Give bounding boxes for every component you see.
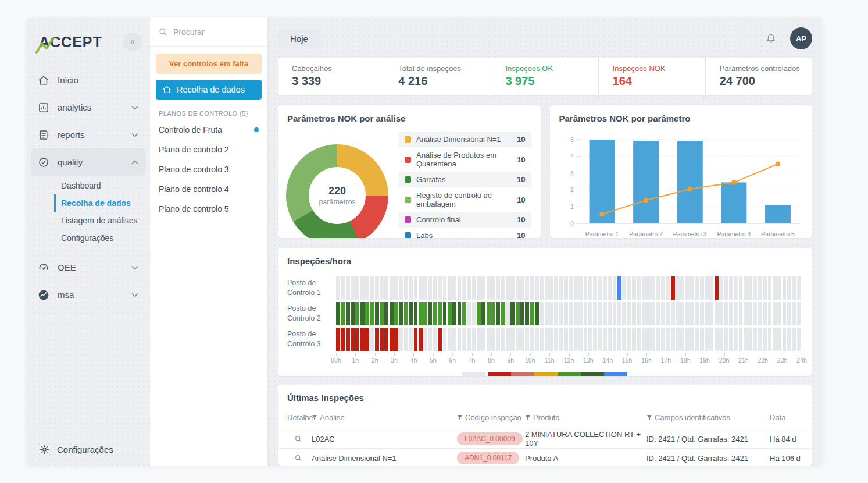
plan-item-label: Controlo de Fruta (159, 125, 222, 134)
plan-item-label: Plano de controlo 3 (159, 165, 229, 174)
legend-value: 10 (517, 231, 525, 238)
sidebar-item-analytics[interactable]: analytics (31, 94, 145, 121)
legend-item: Labs10 (399, 228, 531, 238)
timeline-x-label: 5h (430, 357, 437, 364)
legend-value: 10 (517, 155, 525, 164)
timeline-legend-swatch (534, 372, 558, 376)
legend-label: Controlo final (416, 215, 461, 224)
table-row: Análise Dimensional N=1ADN1_0.00117Produ… (278, 449, 812, 466)
timeline-x-label: 9h (508, 357, 515, 364)
stat-parametros-controlados: Parâmetros controlados 24 700 (705, 58, 812, 95)
plan-item-controlo-de-fruta[interactable]: Controlo de Fruta (156, 120, 262, 140)
timeline-x-label: 23h (777, 357, 788, 364)
column-header-produto[interactable]: Produto (525, 413, 646, 422)
stat-inspecoes-nok: Inspeções NOK 164 (598, 58, 705, 95)
sidebar-item-oee[interactable]: OEE (31, 254, 145, 281)
stat-label: Parâmetros controlados (720, 64, 804, 73)
date-filter-button[interactable]: Hoje (278, 29, 320, 48)
sidebar-item-inicio[interactable]: Início (31, 66, 145, 94)
reports-icon (38, 129, 49, 141)
timeline-x-label: 19h (699, 357, 710, 364)
stat-total-inspecoes: Total de inspeções 4 216 (384, 58, 491, 95)
legend-swatch (405, 136, 411, 143)
data-collection-button[interactable]: Recolha de dados (156, 80, 262, 100)
filter-icon (312, 415, 317, 421)
timeline-legend-swatch (558, 372, 581, 376)
cell-analise: Análise Dimensional N=1 (312, 454, 457, 463)
row-detail-button[interactable] (278, 454, 312, 462)
legend-item: Registo de controlo de embalagem10 (399, 187, 531, 212)
timeline-x-label: 13h (583, 357, 594, 364)
plan-item-5[interactable]: Plano de controlo 5 (156, 199, 262, 219)
cell-codigo: ADN1_0.00117 (457, 452, 525, 464)
column-header-codigo-inspecao[interactable]: Código inspeção (457, 413, 525, 422)
column-header-data: Data (770, 413, 812, 422)
sidebar-item-reports[interactable]: reports (31, 121, 145, 148)
timeline-row: Posto de Controlo 2 (287, 302, 802, 325)
inspection-code-badge: L02AC_0.00009 (457, 432, 523, 445)
column-header-campos-identificativos[interactable]: Campos identificativos (646, 413, 770, 422)
main-content: Hoje AP Cabeçalhos 3 339 Total de inspeç… (267, 17, 823, 466)
legend-item: Controlo final10 (399, 212, 531, 228)
legend-value: 10 (517, 175, 525, 184)
row-detail-button[interactable] (278, 435, 312, 443)
sidebar-item-dashboard[interactable]: Dashboard (54, 177, 145, 194)
user-avatar[interactable]: AP (790, 27, 812, 49)
plan-item-2[interactable]: Plano de controlo 2 (156, 140, 262, 159)
cell-data: Há 84 d (770, 435, 812, 443)
sidebar-item-recolha-de-dados[interactable]: Recolha de dados (54, 194, 145, 212)
logo-check-icon (35, 37, 55, 54)
sidebar-item-configuracoes[interactable]: Configurações (54, 229, 145, 247)
stat-inspecoes-ok: Inspeções OK 3 975 (491, 58, 598, 95)
plan-item-3[interactable]: Plano de controlo 3 (156, 159, 262, 179)
search-input[interactable] (173, 27, 243, 37)
stat-value: 24 700 (720, 74, 804, 88)
timeline-x-label: 4h (410, 357, 417, 364)
sidebar-item-listagem-de-analises[interactable]: Listagem de análises (54, 212, 145, 229)
chevron-down-icon (131, 293, 138, 297)
table-header: Detalhe Análise Código inspeção Produto … (278, 411, 812, 429)
plan-item-label: Plano de controlo 5 (159, 204, 229, 214)
stats-bar: Cabeçalhos 3 339 Total de inspeções 4 21… (278, 58, 812, 95)
timeline-x-label: 3h (391, 357, 398, 364)
gauge-icon (38, 262, 49, 274)
sidebar-item-label: OEE (58, 262, 76, 272)
analytics-icon (38, 102, 49, 113)
last-inspections-panel: Últimas Inspeções Detalhe Análise Código… (278, 385, 812, 466)
notifications-bell-icon[interactable] (765, 32, 777, 45)
chevron-down-icon (131, 133, 138, 137)
timeline-strip (336, 302, 802, 325)
quality-submenu: Dashboard Recolha de dados Listagem de a… (31, 176, 145, 250)
gear-icon (39, 444, 50, 455)
timeline-chart: Posto de Controlo 1Posto de Controlo 2Po… (278, 274, 812, 376)
sidebar-footer-configuracoes[interactable]: Configurações (39, 444, 113, 455)
timeline-title: Inspeções/hora (278, 248, 812, 274)
timeline-x-label: 17h (661, 357, 671, 364)
legend-value: 10 (517, 135, 525, 144)
timeline-row: Posto de Controlo 3 (287, 328, 802, 351)
legend-value: 10 (517, 215, 525, 224)
timeline-x-label: 14h (602, 357, 613, 364)
cell-produto: 2 MINIATURA COLLECTION RT + 10Y (525, 430, 646, 448)
bar-chart-svg: 012345Parâmetro 1Parâmetro 2Parâmetro 3P… (555, 132, 808, 238)
timeline-rows: Posto de Controlo 1Posto de Controlo 2Po… (287, 276, 802, 351)
timeline-strip (336, 276, 802, 300)
timeline-row-label: Posto de Controlo 2 (287, 304, 336, 324)
sidebar-item-label: msa (58, 290, 74, 300)
donut-legend: Análise Dimensional N=110Análise de Prod… (399, 132, 531, 238)
missing-controls-button[interactable]: Ver controlos em falta (156, 54, 262, 74)
sidebar-collapse-button[interactable]: « (123, 33, 142, 51)
column-header-analise[interactable]: Análise (312, 413, 457, 422)
sidebar-item-msa[interactable]: msa (31, 281, 145, 308)
plan-item-4[interactable]: Plano de controlo 4 (156, 179, 262, 199)
timeline-legend-swatch (488, 372, 511, 376)
sidebar-item-quality[interactable]: quality (31, 148, 145, 176)
legend-value: 10 (517, 196, 525, 204)
stat-value: 3 339 (292, 74, 376, 88)
legend-item: Garrafas10 (399, 172, 531, 187)
legend-label: Análise de Produtos em Quarentena (416, 151, 517, 168)
legend-swatch (405, 232, 411, 238)
table-row: L02ACL02AC_0.000092 MINIATURA COLLECTION… (278, 429, 812, 449)
chevron-up-icon (131, 160, 138, 165)
legend-label: Análise Dimensional N=1 (416, 135, 501, 144)
